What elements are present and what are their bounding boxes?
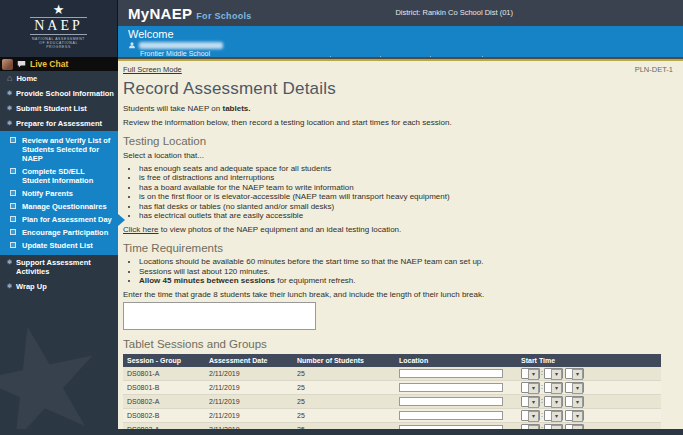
sidebar-item-provide-school-information[interactable]: ✱ Provide School Information [0,86,118,101]
sessions-heading: Tablet Sessions and Groups [123,338,673,350]
start-minute-select[interactable] [544,382,563,393]
start-hour-select[interactable] [521,382,540,393]
checkbox-icon [10,137,16,143]
sessions-table: Session - Group Assessment Date Number o… [123,354,661,435]
naep-logo: ★ NAEP NATIONAL ASSESSMENT OF EDUCATIONA… [0,0,118,57]
checkbox-icon [10,229,16,235]
checkbox-icon [10,168,16,174]
time-colon: : [541,369,543,376]
lunch-prompt: Enter the time that grade 8 students tak… [123,290,673,300]
sidebar-subitem-manage-questionnaires[interactable]: Manage Questionnaires [0,200,118,213]
table-row: DS0802-A 2/11/2019 25 : [123,395,661,409]
date-cell: 2/11/2019 [205,381,293,395]
sidebar-nav: ★ Live Chat ⌂ Home ✱ Provide School Info… [0,57,118,435]
time-bullet-list: Locations should be available 60 minutes… [139,257,673,286]
time-bullet: Allow 45 minutes between sessions for eq… [139,276,673,286]
sidebar-item-submit-student-list[interactable]: ✱ Submit Student List [0,101,118,116]
bullet-icon: ✱ [7,282,12,291]
location-input[interactable] [399,369,503,378]
start-hour-select[interactable] [521,410,540,421]
user-icon [128,41,136,49]
live-chat-button[interactable]: Live Chat [0,57,118,71]
bullet-icon: ✱ [7,119,12,128]
naep-logo-text: NAEP [30,17,87,35]
sidebar-item-prepare-for-assessment[interactable]: ✱ Prepare for Assessment [0,116,118,131]
testing-location-heading: Testing Location [123,135,673,147]
start-minute-select[interactable] [544,396,563,407]
sidebar-subitem-update-student-list[interactable]: Update Student List [0,239,118,252]
session-cell: DS0801-B [123,381,205,395]
location-bullet: has flat desks or tables (no slanted and… [139,202,673,212]
school-name: Frontier Middle School [140,50,223,57]
location-bullet-list: has enough seats and adequate space for … [139,164,673,221]
col-number-of-students: Number of Students [293,354,395,367]
sidebar-subitem-encourage-participation[interactable]: Encourage Participation [0,226,118,239]
time-colon: : [541,383,543,390]
sidebar-subitem-plan-for-assessment-day[interactable]: Plan for Assessment Day [0,213,118,226]
live-chat-label: Live Chat [30,59,68,69]
start-minute-select[interactable] [544,410,563,421]
sidebar-subitem-notify-parents[interactable]: Notify Parents [0,187,118,200]
col-start-time: Start Time [517,354,661,367]
live-chat-avatar [2,59,13,70]
location-bullet: has enough seats and adequate space for … [139,164,673,174]
location-bullet: is on the first floor or is elevator-acc… [139,192,673,202]
time-requirements-heading: Time Requirements [123,242,673,254]
table-row: DS0801-B 2/11/2019 25 : [123,381,661,395]
col-location: Location [395,354,517,367]
star-watermark: ★ [0,283,118,435]
start-hour-select[interactable] [521,368,540,379]
start-hour-select[interactable] [521,396,540,407]
location-bullet: has electrical outlets that are easily a… [139,211,673,221]
session-cell: DS0802-A [123,395,205,409]
sidebar-subitem-complete-sdell[interactable]: Complete SD/ELL Student Information [0,165,118,187]
full-screen-mode-link[interactable]: Full Screen Mode [123,65,182,74]
students-cell: 25 [293,395,395,409]
start-ampm-select[interactable] [565,368,584,379]
bullet-icon: ✱ [7,258,12,267]
main-content: Full Screen Mode PLN-DET-1 Record Assess… [118,57,683,435]
location-input[interactable] [399,383,503,392]
photos-line: Click here to view photos of the NAEP eq… [123,225,673,235]
checkbox-icon [10,242,16,248]
page-title: Record Assessment Details [123,79,673,99]
checkbox-icon [10,190,16,196]
app-window: MyNAEPFor Schools District: Rankin Co Sc… [0,0,683,435]
sidebar-item-wrap-up[interactable]: ✱ Wrap Up [0,279,118,294]
intro-line-2: Review the information below, then recor… [123,118,673,128]
time-bullet: Sessions will last about 120 minutes. [139,267,673,277]
date-cell: 2/11/2019 [205,395,293,409]
chat-bubble-icon [17,60,26,68]
lunch-break-textarea[interactable] [123,302,316,330]
start-ampm-select[interactable] [565,410,584,421]
start-ampm-select[interactable] [565,382,584,393]
location-input[interactable] [399,397,503,406]
sidebar-subitem-review-and-verify[interactable]: Review and Verify List of Students Selec… [0,134,118,165]
checkbox-icon [10,203,16,209]
naep-logo-subtext: NATIONAL ASSESSMENT OF EDUCATIONAL PROGR… [0,37,117,49]
brand-title: MyNAEPFor Schools [128,5,252,22]
start-minute-select[interactable] [544,368,563,379]
students-cell: 25 [293,367,395,381]
date-cell: 2/11/2019 [205,367,293,381]
brand-suffix: For Schools [196,11,251,21]
time-colon: : [541,397,543,404]
location-bullet: has a board available for the NAEP team … [139,183,673,193]
students-cell: 25 [293,381,395,395]
bullet-icon: ✱ [7,89,12,98]
checkbox-icon [10,216,16,222]
time-bullet: Locations should be available 60 minutes… [139,257,673,267]
table-row: DS0802-B 2/11/2019 25 : [123,409,661,423]
location-input[interactable] [399,411,503,420]
bullet-icon: ✱ [7,104,12,113]
sidebar-item-home[interactable]: ⌂ Home [0,71,118,86]
session-cell: DS0802-B [123,409,205,423]
click-here-link[interactable]: Click here [123,225,159,234]
start-ampm-select[interactable] [565,396,584,407]
date-cell: 2/11/2019 [205,409,293,423]
prepare-submenu: Review and Verify List of Students Selec… [0,131,118,255]
sidebar-item-support-assessment-activities[interactable]: ✱ Support Assessment Activities [0,255,118,279]
intro-line-1: Students will take NAEP on tablets. [123,104,673,114]
col-assessment-date: Assessment Date [205,354,293,367]
table-row: DS0801-A 2/11/2019 25 : [123,367,661,381]
